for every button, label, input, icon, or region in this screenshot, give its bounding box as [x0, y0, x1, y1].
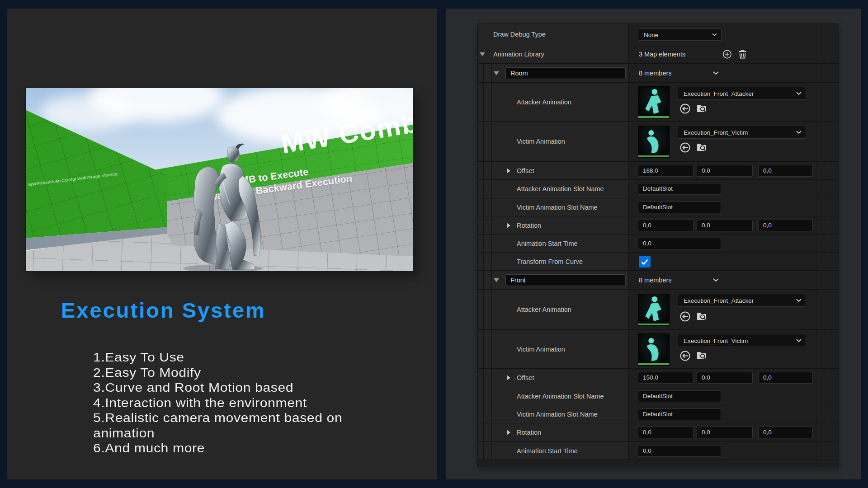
property-value-cell: 150,0 0,0 0,0: [628, 369, 839, 387]
feature-list-item: 3.Curve and Root Motion based: [93, 380, 342, 396]
property-value-cell: Execution_Front_Attacker: [628, 290, 839, 329]
animation-asset-thumbnail[interactable]: [638, 333, 670, 366]
victim-animation-dropdown[interactable]: Execution_Front_Victim: [678, 334, 806, 347]
property-value-cell: 0,0 0,0 0,0: [628, 216, 839, 234]
use-selected-asset-icon[interactable]: [679, 142, 691, 153]
property-label-cell: Offset: [478, 369, 628, 387]
property-label-cell: Draw Debug Type: [478, 24, 628, 45]
feature-list-item: 5.Realistic camera movement based on: [93, 411, 342, 426]
property-label: Animation Start Time: [517, 447, 578, 455]
members-count: 8 members: [639, 277, 672, 284]
dropdown-value: Execution_Front_Attacker: [684, 90, 754, 97]
property-row-transform-from-curve: Transform From Curve: [478, 253, 839, 271]
victim-slot-name-field[interactable]: DefaultSlot: [638, 408, 721, 420]
expand-arrow-icon[interactable]: [494, 71, 499, 75]
feature-list-item: animation: [93, 426, 342, 441]
empty-map-trash-icon[interactable]: [738, 50, 747, 59]
property-label: Rotation: [517, 222, 541, 229]
execution-characters-illustration: [170, 141, 274, 271]
collapsed-arrow-icon[interactable]: [507, 223, 510, 228]
expand-arrow-icon[interactable]: [494, 278, 499, 282]
property-row-attacker-animation: Attacker Animation Execution_Front_Attac…: [478, 290, 839, 330]
property-row-victim-animation: Victim Animation Execution_Front_Victim: [478, 122, 839, 162]
use-selected-asset-icon[interactable]: [679, 311, 691, 322]
feature-list-item: 2.Easy To Modify: [93, 366, 342, 381]
chevron-down-icon: [796, 92, 802, 95]
victim-slot-name-field[interactable]: DefaultSlot: [638, 202, 721, 213]
rotation-z-field[interactable]: 0,0: [758, 427, 813, 438]
property-label: Victim Animation Slot Name: [517, 411, 598, 418]
property-label: Attacker Animation: [517, 99, 571, 106]
property-row-offset: Offset 168,0 0,0 0,0: [478, 162, 839, 180]
property-label-cell: Offset: [478, 162, 628, 179]
animation-start-time-field[interactable]: 0,0: [638, 445, 721, 457]
browse-to-asset-icon[interactable]: [696, 350, 708, 361]
add-element-icon[interactable]: [722, 50, 732, 59]
property-row-victim-slot-name: Victim Animation Slot Name DefaultSlot: [478, 198, 839, 216]
property-label: Animation Library: [493, 51, 544, 58]
rotation-y-field[interactable]: 0,0: [697, 427, 753, 438]
property-value-cell: 168,0 0,0 0,0: [628, 162, 839, 179]
offset-x-field[interactable]: 150,0: [638, 372, 693, 384]
feature-list: 1.Easy To Use 2.Easy To Modify 3.Curve a…: [93, 350, 342, 456]
collapsed-arrow-icon[interactable]: [507, 168, 510, 174]
rotation-x-field[interactable]: 0,0: [638, 220, 693, 231]
rotation-z-field[interactable]: 0,0: [758, 220, 813, 231]
animation-start-time-field[interactable]: 0,0: [638, 238, 721, 249]
chevron-down-icon[interactable]: [713, 71, 719, 75]
offset-z-field[interactable]: 0,0: [758, 372, 813, 384]
attacker-animation-dropdown[interactable]: Execution_Front_Attacker: [678, 87, 806, 100]
attacker-animation-dropdown[interactable]: Execution_Front_Attacker: [678, 294, 806, 307]
chevron-down-icon: [712, 33, 717, 36]
page-title: Execution System: [61, 298, 266, 323]
browse-to-asset-icon[interactable]: [696, 103, 708, 114]
rotation-x-field[interactable]: 0,0: [638, 427, 693, 438]
property-label-cell: Front: [478, 271, 628, 289]
property-row-animation-start-time: Animation Start Time 0,0: [478, 442, 839, 460]
offset-y-field[interactable]: 0,0: [697, 372, 753, 384]
property-label-cell: Rotation: [478, 216, 628, 234]
property-label-cell: Victim Animation Slot Name: [478, 405, 628, 423]
use-selected-asset-icon[interactable]: [679, 350, 691, 361]
rotation-y-field[interactable]: 0,0: [697, 220, 753, 231]
browse-to-asset-icon[interactable]: [696, 311, 708, 322]
attacker-slot-name-field[interactable]: DefaultSlot: [638, 183, 721, 195]
animation-asset-thumbnail[interactable]: [638, 126, 670, 158]
map-key-field[interactable]: Room: [505, 67, 626, 79]
property-row-offset: Offset 150,0 0,0 0,0: [478, 369, 839, 387]
offset-y-field[interactable]: 0,0: [697, 165, 753, 177]
use-selected-asset-icon[interactable]: [679, 103, 691, 114]
property-row-animation-start-time: Animation Start Time 0,0: [478, 235, 839, 253]
animation-asset-thumbnail[interactable]: [638, 86, 670, 118]
property-label: Attacker Animation Slot Name: [517, 393, 604, 400]
property-value-cell: DefaultSlot: [628, 180, 839, 198]
expand-arrow-icon[interactable]: [480, 52, 485, 56]
property-row-attacker-slot-name: Attacker Animation Slot Name DefaultSlot: [478, 180, 839, 198]
draw-debug-type-dropdown[interactable]: None: [638, 28, 722, 41]
property-row-rotation: Rotation 0,0 0,0 0,0: [478, 423, 839, 442]
collapsed-arrow-icon[interactable]: [507, 430, 510, 435]
chevron-down-icon[interactable]: [713, 278, 719, 282]
scrollbar-track[interactable]: [829, 24, 829, 467]
property-value-cell: 8 members: [628, 271, 839, 289]
details-panel: Draw Debug Type None Animation Library: [478, 24, 839, 467]
property-label-cell: Animation Library: [478, 45, 628, 63]
transform-from-curve-checkbox[interactable]: [639, 256, 651, 267]
victim-animation-dropdown[interactable]: Execution_Front_Victim: [678, 126, 806, 139]
chevron-down-icon: [796, 339, 802, 343]
browse-to-asset-icon[interactable]: [696, 142, 708, 153]
dropdown-value: None: [644, 31, 658, 38]
chevron-down-icon: [796, 131, 802, 134]
chevron-down-icon: [796, 299, 802, 302]
property-label: Transform From Curve: [517, 258, 583, 265]
offset-z-field[interactable]: 0,0: [758, 165, 813, 177]
offset-x-field[interactable]: 168,0: [638, 165, 693, 177]
map-key-field[interactable]: Front: [505, 274, 626, 286]
feature-list-item: 4.Interaction with the environment: [93, 396, 342, 411]
collapsed-arrow-icon[interactable]: [507, 375, 510, 380]
dropdown-value: Execution_Front_Victim: [684, 337, 748, 344]
property-value-cell: 8 members: [628, 64, 839, 82]
animation-asset-thumbnail[interactable]: [638, 294, 670, 326]
attacker-slot-name-field[interactable]: DefaultSlot: [638, 390, 721, 402]
property-row-animation-library: Animation Library 3 Map elements: [478, 45, 839, 64]
